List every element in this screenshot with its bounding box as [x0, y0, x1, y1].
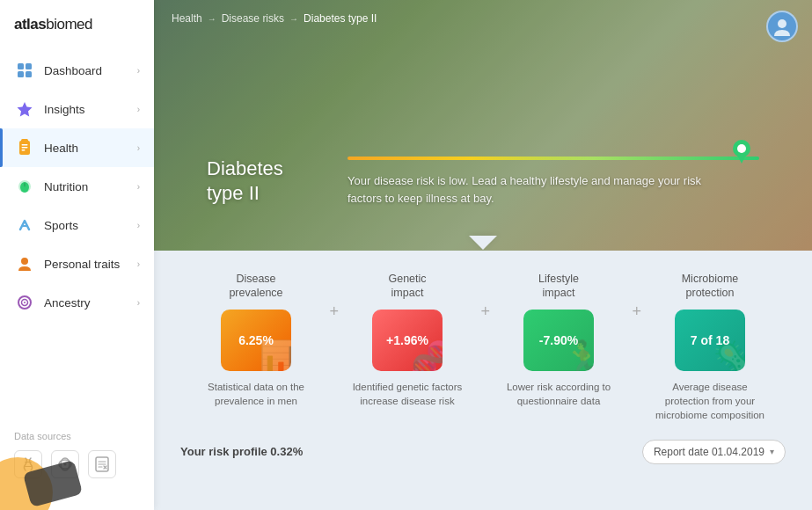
metric-badge-genetic-impact: +1.96% 🧬: [372, 310, 443, 371]
personal-traits-icon: [14, 253, 35, 274]
sidebar: atlasbiomed Dashboard › I: [0, 0, 154, 510]
insights-icon: [14, 98, 35, 120]
main-content: Health → Disease risks → Diabetes type I…: [154, 0, 812, 510]
data-source-icons: [0, 447, 154, 492]
svg-point-18: [64, 463, 67, 466]
svg-rect-9: [22, 149, 26, 151]
metric-value-lifestyle-impact: -7.90%: [539, 333, 578, 347]
risk-bar-container: [347, 153, 759, 164]
report-date-text: Report date 01.04.2019: [654, 446, 764, 458]
svg-rect-1: [26, 63, 32, 69]
svg-point-20: [778, 19, 786, 28]
svg-point-12: [21, 258, 28, 265]
metric-card-genetic-impact: Geneticimpact +1.96% 🧬 Identified geneti…: [332, 272, 483, 422]
cards-area: Diseaseprevalence 6.25% 📊 Statistical da…: [154, 251, 812, 510]
svg-rect-3: [26, 71, 32, 77]
logo: atlasbiomed: [0, 0, 154, 47]
risk-profile-label: Your risk profile 0.32%: [180, 445, 303, 458]
svg-point-15: [24, 302, 26, 303]
chevron-right-icon: ›: [137, 105, 140, 114]
hero-title: Diabetes type II: [207, 157, 321, 207]
metric-description-genetic-impact: Identified genetic factors increase dise…: [350, 380, 465, 408]
logo-biomed: biomed: [46, 16, 92, 33]
metric-description-microbiome: Average disease protection from your mic…: [653, 380, 767, 422]
metric-description-lifestyle-impact: Lower risk according to questionnaire da…: [501, 380, 616, 408]
hero-banner: Health → Disease risks → Diabetes type I…: [154, 0, 812, 251]
sidebar-item-insights[interactable]: Insights ›: [0, 90, 154, 128]
svg-rect-7: [22, 144, 28, 146]
metric-label-lifestyle-impact: Lifestyleimpact: [538, 272, 579, 301]
sidebar-item-dashboard-label: Dashboard: [44, 64, 137, 77]
sidebar-item-health-label: Health: [44, 142, 137, 155]
chevron-right-icon: ›: [137, 66, 140, 76]
metric-description-disease-prevalence: Statistical data on the prevalence in me…: [199, 380, 313, 408]
breadcrumb-arrow-2: →: [289, 14, 298, 24]
chevron-right-icon: ›: [137, 221, 140, 230]
metric-value-disease-prevalence: 6.25%: [238, 333, 274, 347]
sidebar-item-personal-traits-label: Personal traits: [44, 258, 137, 271]
sidebar-bottom: Data sources: [0, 424, 154, 510]
hero-title-area: Diabetes type II: [207, 157, 321, 207]
metric-card-microbiome: Microbiomeprotection 7 of 18 🦠 Average d…: [634, 272, 786, 422]
svg-point-22: [737, 144, 746, 153]
metric-card-lifestyle-impact: Lifestyleimpact -7.90% 🏃 Lower risk acco…: [483, 272, 634, 422]
sidebar-item-dashboard[interactable]: Dashboard ›: [0, 51, 154, 90]
hero-risk-area: Your disease risk is low. Lead a healthy…: [347, 153, 759, 207]
report-date-button[interactable]: Report date 01.04.2019 ▾: [642, 440, 786, 464]
data-source-microbiome-icon[interactable]: [51, 450, 79, 478]
metric-card-disease-prevalence: Diseaseprevalence 6.25% 📊 Statistical da…: [180, 272, 332, 422]
sidebar-item-ancestry-label: Ancestry: [44, 296, 137, 310]
chevron-right-icon: ›: [137, 259, 140, 269]
metric-value-genetic-impact: +1.96%: [386, 333, 428, 347]
breadcrumb-health[interactable]: Health: [172, 12, 202, 25]
metric-badge-lifestyle-impact: -7.90% 🏃: [523, 310, 594, 371]
breadcrumb-disease-risks[interactable]: Disease risks: [222, 12, 284, 25]
metric-label-genetic-impact: Geneticimpact: [388, 272, 426, 301]
metric-badge-microbiome: 7 of 18 🦠: [675, 310, 745, 371]
metric-label-microbiome: Microbiomeprotection: [682, 272, 739, 301]
metric-value-microbiome: 7 of 18: [691, 333, 729, 347]
sidebar-item-insights-label: Insights: [44, 103, 137, 116]
dashboard-icon: [14, 60, 35, 81]
hero-arrow-down: [469, 235, 497, 251]
user-avatar[interactable]: [766, 11, 798, 42]
svg-rect-2: [18, 71, 24, 77]
breadcrumb-arrow-1: →: [208, 14, 216, 24]
svg-rect-8: [22, 147, 28, 149]
metric-label-disease-prevalence: Diseaseprevalence: [229, 272, 282, 301]
sidebar-item-ancestry[interactable]: Ancestry ›: [0, 283, 154, 322]
data-source-dna-icon[interactable]: [14, 450, 42, 478]
svg-rect-0: [18, 63, 24, 69]
logo-atlas: atlas: [14, 16, 46, 33]
chevron-right-icon: ›: [137, 298, 140, 308]
sports-icon: [14, 215, 35, 236]
nav-items: Dashboard › Insights ›: [0, 47, 154, 424]
chevron-right-icon: ›: [137, 182, 140, 192]
sidebar-item-nutrition-label: Nutrition: [44, 180, 137, 193]
chevron-right-icon: ›: [137, 143, 140, 153]
risk-bar-track: [347, 157, 759, 160]
sidebar-item-health[interactable]: Health ›: [0, 128, 154, 167]
breadcrumb: Health → Disease risks → Diabetes type I…: [172, 12, 377, 25]
risk-profile-row: Your risk profile 0.32% Report date 01.0…: [180, 440, 786, 464]
sidebar-item-sports[interactable]: Sports ›: [0, 206, 154, 244]
report-date-chevron-icon: ▾: [770, 447, 774, 456]
svg-marker-4: [18, 102, 33, 117]
metrics-row: Diseaseprevalence 6.25% 📊 Statistical da…: [180, 272, 786, 422]
sidebar-item-sports-label: Sports: [44, 219, 137, 232]
hero-description: Your disease risk is low. Lead a healthy…: [347, 172, 717, 207]
data-sources-label: Data sources: [0, 424, 154, 447]
ancestry-icon: [14, 292, 35, 313]
data-source-survey-icon[interactable]: [88, 450, 116, 478]
sidebar-item-personal-traits[interactable]: Personal traits ›: [0, 244, 154, 283]
health-icon: [14, 137, 35, 158]
sidebar-item-nutrition[interactable]: Nutrition ›: [0, 167, 154, 206]
breadcrumb-current: Diabetes type II: [304, 12, 377, 25]
svg-marker-23: [737, 155, 746, 164]
hero-content: Diabetes type II: [207, 153, 759, 207]
metric-badge-disease-prevalence: 6.25% 📊: [221, 310, 291, 371]
nutrition-icon: [14, 176, 35, 197]
